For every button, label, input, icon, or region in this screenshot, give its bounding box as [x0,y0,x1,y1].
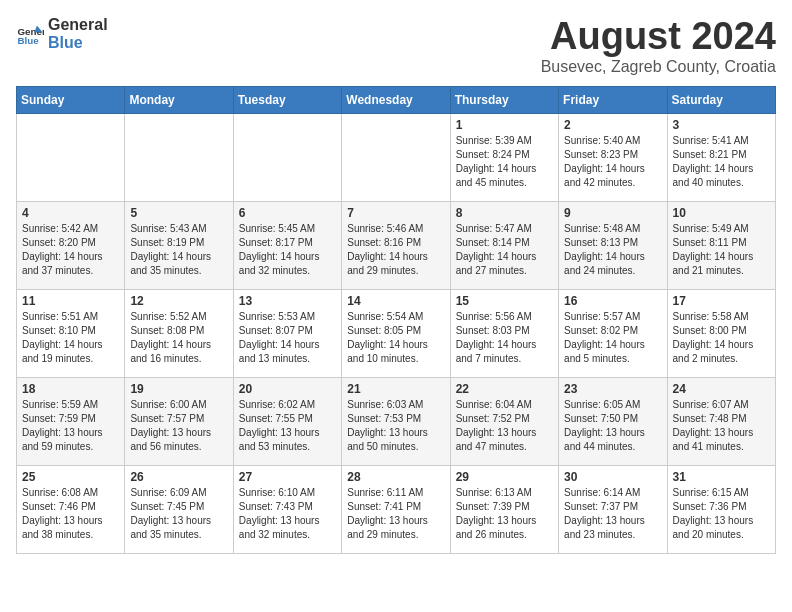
day-number: 31 [673,470,770,484]
calendar-cell: 20Sunrise: 6:02 AM Sunset: 7:55 PM Dayli… [233,377,341,465]
weekday-header-saturday: Saturday [667,86,775,113]
logo: General Blue General Blue [16,16,108,51]
calendar-cell: 25Sunrise: 6:08 AM Sunset: 7:46 PM Dayli… [17,465,125,553]
calendar-cell: 18Sunrise: 5:59 AM Sunset: 7:59 PM Dayli… [17,377,125,465]
day-number: 9 [564,206,661,220]
day-info: Sunrise: 5:54 AM Sunset: 8:05 PM Dayligh… [347,310,444,366]
day-info: Sunrise: 6:00 AM Sunset: 7:57 PM Dayligh… [130,398,227,454]
day-number: 20 [239,382,336,396]
day-info: Sunrise: 5:59 AM Sunset: 7:59 PM Dayligh… [22,398,119,454]
day-number: 27 [239,470,336,484]
day-number: 2 [564,118,661,132]
day-number: 1 [456,118,553,132]
day-number: 22 [456,382,553,396]
day-info: Sunrise: 5:51 AM Sunset: 8:10 PM Dayligh… [22,310,119,366]
day-info: Sunrise: 5:42 AM Sunset: 8:20 PM Dayligh… [22,222,119,278]
day-number: 18 [22,382,119,396]
day-number: 26 [130,470,227,484]
calendar-cell: 3Sunrise: 5:41 AM Sunset: 8:21 PM Daylig… [667,113,775,201]
calendar-cell: 21Sunrise: 6:03 AM Sunset: 7:53 PM Dayli… [342,377,450,465]
calendar-cell: 31Sunrise: 6:15 AM Sunset: 7:36 PM Dayli… [667,465,775,553]
calendar-cell: 4Sunrise: 5:42 AM Sunset: 8:20 PM Daylig… [17,201,125,289]
weekday-header-friday: Friday [559,86,667,113]
calendar-table: SundayMondayTuesdayWednesdayThursdayFrid… [16,86,776,554]
day-info: Sunrise: 5:40 AM Sunset: 8:23 PM Dayligh… [564,134,661,190]
calendar-header: SundayMondayTuesdayWednesdayThursdayFrid… [17,86,776,113]
day-number: 8 [456,206,553,220]
calendar-cell: 10Sunrise: 5:49 AM Sunset: 8:11 PM Dayli… [667,201,775,289]
day-info: Sunrise: 6:04 AM Sunset: 7:52 PM Dayligh… [456,398,553,454]
calendar-cell: 15Sunrise: 5:56 AM Sunset: 8:03 PM Dayli… [450,289,558,377]
day-number: 14 [347,294,444,308]
day-info: Sunrise: 5:49 AM Sunset: 8:11 PM Dayligh… [673,222,770,278]
day-number: 19 [130,382,227,396]
calendar-cell [17,113,125,201]
calendar-body: 1Sunrise: 5:39 AM Sunset: 8:24 PM Daylig… [17,113,776,553]
day-number: 10 [673,206,770,220]
day-number: 7 [347,206,444,220]
calendar-cell: 16Sunrise: 5:57 AM Sunset: 8:02 PM Dayli… [559,289,667,377]
day-number: 11 [22,294,119,308]
day-info: Sunrise: 6:10 AM Sunset: 7:43 PM Dayligh… [239,486,336,542]
week-row-4: 18Sunrise: 5:59 AM Sunset: 7:59 PM Dayli… [17,377,776,465]
day-number: 30 [564,470,661,484]
day-number: 21 [347,382,444,396]
calendar-cell: 2Sunrise: 5:40 AM Sunset: 8:23 PM Daylig… [559,113,667,201]
weekday-row: SundayMondayTuesdayWednesdayThursdayFrid… [17,86,776,113]
logo-icon: General Blue [16,20,44,48]
calendar-cell [342,113,450,201]
calendar-cell: 12Sunrise: 5:52 AM Sunset: 8:08 PM Dayli… [125,289,233,377]
calendar-cell: 5Sunrise: 5:43 AM Sunset: 8:19 PM Daylig… [125,201,233,289]
day-info: Sunrise: 5:46 AM Sunset: 8:16 PM Dayligh… [347,222,444,278]
day-info: Sunrise: 6:05 AM Sunset: 7:50 PM Dayligh… [564,398,661,454]
weekday-header-tuesday: Tuesday [233,86,341,113]
svg-text:Blue: Blue [17,34,39,45]
day-info: Sunrise: 6:08 AM Sunset: 7:46 PM Dayligh… [22,486,119,542]
calendar-cell: 30Sunrise: 6:14 AM Sunset: 7:37 PM Dayli… [559,465,667,553]
calendar-cell: 24Sunrise: 6:07 AM Sunset: 7:48 PM Dayli… [667,377,775,465]
calendar-cell: 29Sunrise: 6:13 AM Sunset: 7:39 PM Dayli… [450,465,558,553]
day-info: Sunrise: 5:39 AM Sunset: 8:24 PM Dayligh… [456,134,553,190]
day-number: 5 [130,206,227,220]
day-number: 13 [239,294,336,308]
day-info: Sunrise: 6:13 AM Sunset: 7:39 PM Dayligh… [456,486,553,542]
day-number: 25 [22,470,119,484]
calendar-cell: 11Sunrise: 5:51 AM Sunset: 8:10 PM Dayli… [17,289,125,377]
day-info: Sunrise: 6:07 AM Sunset: 7:48 PM Dayligh… [673,398,770,454]
calendar-cell: 14Sunrise: 5:54 AM Sunset: 8:05 PM Dayli… [342,289,450,377]
day-info: Sunrise: 6:14 AM Sunset: 7:37 PM Dayligh… [564,486,661,542]
calendar-cell: 6Sunrise: 5:45 AM Sunset: 8:17 PM Daylig… [233,201,341,289]
day-info: Sunrise: 6:11 AM Sunset: 7:41 PM Dayligh… [347,486,444,542]
calendar-cell: 9Sunrise: 5:48 AM Sunset: 8:13 PM Daylig… [559,201,667,289]
calendar-cell: 19Sunrise: 6:00 AM Sunset: 7:57 PM Dayli… [125,377,233,465]
header: General Blue General Blue August 2024 Bu… [16,16,776,76]
logo-general-text: General [48,16,108,34]
weekday-header-thursday: Thursday [450,86,558,113]
week-row-1: 1Sunrise: 5:39 AM Sunset: 8:24 PM Daylig… [17,113,776,201]
day-number: 29 [456,470,553,484]
logo-blue-text: Blue [48,34,108,52]
calendar-cell [125,113,233,201]
day-info: Sunrise: 5:41 AM Sunset: 8:21 PM Dayligh… [673,134,770,190]
day-number: 28 [347,470,444,484]
calendar-cell: 22Sunrise: 6:04 AM Sunset: 7:52 PM Dayli… [450,377,558,465]
day-info: Sunrise: 6:02 AM Sunset: 7:55 PM Dayligh… [239,398,336,454]
weekday-header-wednesday: Wednesday [342,86,450,113]
day-number: 4 [22,206,119,220]
calendar-cell: 1Sunrise: 5:39 AM Sunset: 8:24 PM Daylig… [450,113,558,201]
day-info: Sunrise: 5:48 AM Sunset: 8:13 PM Dayligh… [564,222,661,278]
month-title: August 2024 [541,16,776,58]
title-area: August 2024 Busevec, Zagreb County, Croa… [541,16,776,76]
day-info: Sunrise: 5:43 AM Sunset: 8:19 PM Dayligh… [130,222,227,278]
day-info: Sunrise: 5:45 AM Sunset: 8:17 PM Dayligh… [239,222,336,278]
week-row-3: 11Sunrise: 5:51 AM Sunset: 8:10 PM Dayli… [17,289,776,377]
calendar-cell: 7Sunrise: 5:46 AM Sunset: 8:16 PM Daylig… [342,201,450,289]
day-number: 3 [673,118,770,132]
location-title: Busevec, Zagreb County, Croatia [541,58,776,76]
day-number: 16 [564,294,661,308]
day-number: 24 [673,382,770,396]
weekday-header-sunday: Sunday [17,86,125,113]
calendar-cell [233,113,341,201]
day-info: Sunrise: 6:03 AM Sunset: 7:53 PM Dayligh… [347,398,444,454]
calendar-cell: 26Sunrise: 6:09 AM Sunset: 7:45 PM Dayli… [125,465,233,553]
